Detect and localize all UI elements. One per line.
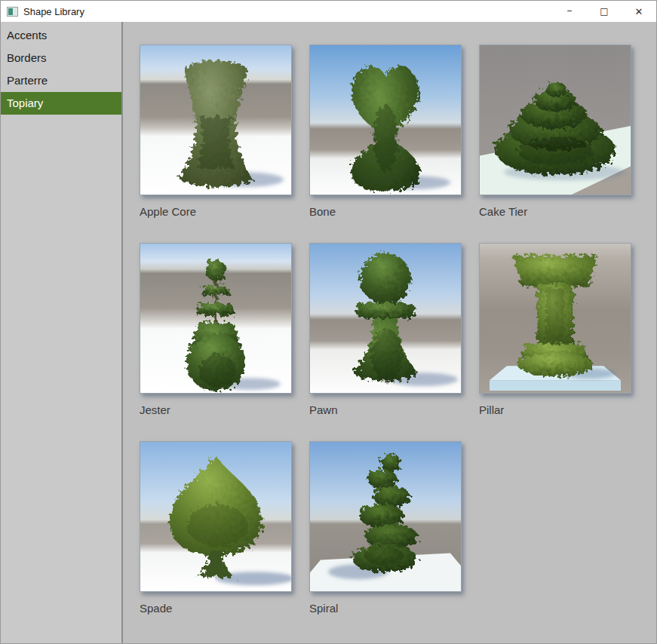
shape-label: Pillar (479, 403, 631, 417)
sidebar-item-borders[interactable]: Borders (1, 47, 121, 69)
cake-tier-topiary-thumbnail[interactable] (479, 44, 631, 195)
shape-card-pillar[interactable]: Pillar (479, 243, 631, 417)
shape-card-pawn[interactable]: Pawn (309, 243, 462, 417)
close-icon: ✕ (635, 7, 643, 17)
shape-card-apple-core[interactable]: Apple Core (140, 44, 292, 219)
shape-card-bone[interactable]: Bone (309, 44, 462, 219)
minimize-button[interactable]: – (552, 1, 587, 22)
shape-card-cake-tier[interactable]: Cake Tier (479, 44, 631, 219)
close-button[interactable]: ✕ (622, 1, 656, 22)
shape-label: Cake Tier (479, 204, 631, 219)
window-controls: – □ ✕ (552, 1, 656, 22)
maximize-button[interactable]: □ (587, 1, 622, 22)
maximize-icon: □ (600, 7, 608, 16)
bone-topiary-thumbnail[interactable] (309, 44, 462, 195)
sidebar-item-topiary[interactable]: Topiary (1, 92, 121, 115)
spade-topiary-thumbnail[interactable] (140, 441, 292, 592)
sidebar-item-accents[interactable]: Accents (1, 24, 121, 47)
shape-card-spiral[interactable]: Spiral (309, 441, 462, 615)
shape-label: Apple Core (140, 204, 292, 219)
window-title: Shape Library (23, 6, 84, 17)
shape-card-spade[interactable]: Spade (140, 441, 292, 615)
pillar-topiary-thumbnail[interactable] (479, 243, 631, 394)
shape-label: Spiral (309, 601, 462, 615)
titlebar: Shape Library – □ ✕ (1, 1, 656, 22)
shape-card-jester[interactable]: Jester (140, 243, 292, 417)
apple-core-topiary-thumbnail[interactable] (140, 44, 292, 195)
shape-label: Spade (140, 601, 292, 615)
shape-label: Pawn (309, 403, 462, 417)
spiral-topiary-thumbnail[interactable] (309, 441, 462, 592)
category-sidebar: Accents Borders Parterre Topiary (1, 22, 123, 643)
pawn-topiary-thumbnail[interactable] (309, 243, 462, 394)
content-area: Accents Borders Parterre Topiary Apple C… (1, 22, 656, 643)
shape-label: Bone (309, 204, 462, 219)
jester-topiary-thumbnail[interactable] (140, 243, 292, 394)
shape-label: Jester (140, 403, 292, 417)
shape-library-window: Shape Library – □ ✕ Accents Borders Part… (0, 0, 657, 644)
minimize-icon: – (567, 5, 573, 15)
app-icon[interactable] (7, 7, 18, 17)
sidebar-item-parterre[interactable]: Parterre (1, 69, 121, 92)
shape-grid: Apple Core Bone Cake Tier Jester (123, 22, 656, 643)
